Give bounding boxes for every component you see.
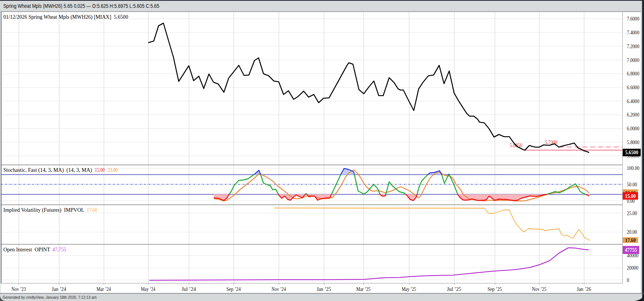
svg-text:25.00: 25.00	[627, 210, 637, 216]
svg-text:Implied Volatility (Futures): Implied Volatility (Futures) IMPVOL	[3, 207, 84, 213]
svg-text:7.6000: 7.6000	[627, 16, 640, 22]
svg-text:Jul ’24: Jul ’24	[182, 286, 196, 292]
svg-text:Spring Wheat Mpls (MWH26) 5.65: Spring Wheat Mpls (MWH26) 5.65 0.025 — O…	[3, 3, 159, 9]
svg-text:23.00: 23.00	[108, 167, 118, 173]
svg-text:47755: 47755	[625, 247, 637, 253]
svg-text:100.00: 100.00	[627, 165, 640, 171]
svg-text:Stochastic, Fast (14, 3, MA): Stochastic, Fast (14, 3, MA) (14, 3, MA)	[3, 167, 92, 173]
svg-text:7.0000: 7.0000	[627, 57, 640, 63]
svg-text:17.60: 17.60	[625, 237, 636, 243]
svg-text:Nov ’23: Nov ’23	[12, 286, 26, 292]
svg-text:7.4000: 7.4000	[627, 30, 640, 35]
svg-text:Jul ’25: Jul ’25	[447, 286, 462, 292]
svg-text:Mar ’24: Mar ’24	[97, 286, 111, 292]
svg-text:5.6500: 5.6500	[625, 149, 638, 155]
svg-text:6.0000: 6.0000	[627, 125, 640, 131]
svg-text:Nov ’24: Nov ’24	[272, 286, 286, 292]
svg-text:Jan ’26: Jan ’26	[577, 286, 591, 292]
svg-text:Open Interest OPINT: Open Interest OPINT	[3, 246, 50, 252]
svg-text:6.4000: 6.4000	[627, 98, 640, 104]
svg-text:6.6000: 6.6000	[627, 84, 640, 90]
svg-text:7.2000: 7.2000	[627, 43, 640, 49]
svg-text:47,755: 47,755	[52, 246, 66, 252]
svg-text:May ’25: May ’25	[402, 286, 416, 292]
svg-text:50.00: 50.00	[627, 181, 637, 187]
svg-text:May ’24: May ’24	[141, 286, 156, 292]
svg-text:17.60: 17.60	[87, 207, 97, 213]
svg-text:15.00: 15.00	[625, 193, 636, 199]
svg-text:01/12/2026 Spring Wheat Mpls (: 01/12/2026 Spring Wheat Mpls (MWH26) [MI…	[3, 14, 128, 20]
svg-text:Sep ’24: Sep ’24	[226, 286, 241, 292]
svg-text:Jan ’25: Jan ’25	[317, 286, 331, 292]
svg-text:Generated by cmdtyView, Januar: Generated by cmdtyView, January 18th 202…	[3, 295, 97, 300]
svg-text:0: 0	[627, 277, 629, 283]
svg-text:Sep ’25: Sep ’25	[488, 286, 502, 292]
svg-text:Jan ’24: Jan ’24	[52, 286, 66, 292]
svg-text:Mar ’25: Mar ’25	[356, 286, 371, 292]
svg-text:5.8000: 5.8000	[627, 139, 640, 145]
svg-text:6.2000: 6.2000	[627, 112, 640, 118]
svg-text:20000: 20000	[627, 265, 638, 271]
svg-text:20.00: 20.00	[627, 229, 637, 235]
svg-text:Nov ’25: Nov ’25	[532, 286, 547, 292]
svg-text:15.00: 15.00	[95, 167, 105, 173]
svg-text:6.8000: 6.8000	[627, 71, 640, 77]
